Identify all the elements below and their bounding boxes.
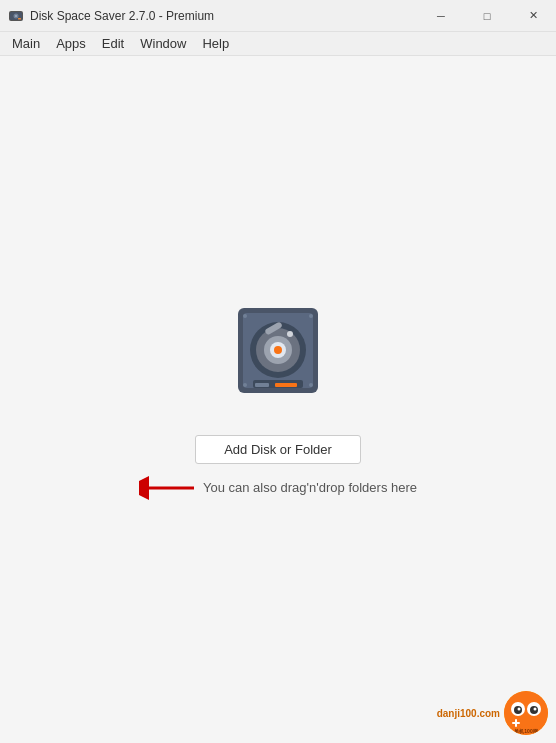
drag-arrow-icon [139, 474, 199, 502]
svg-point-14 [243, 314, 247, 318]
add-disk-folder-button[interactable]: Add Disk or Folder [195, 435, 361, 464]
main-content: Add Disk or Folder You can also drag'n'd… [0, 56, 556, 743]
svg-point-13 [287, 331, 293, 337]
watermark-logo: 单机100网 [504, 691, 548, 735]
title-bar-text: Disk Space Saver 2.7.0 - Premium [30, 9, 214, 23]
app-icon [8, 8, 24, 24]
watermark: danji100.com 单机100网 [437, 691, 548, 735]
svg-rect-20 [255, 383, 269, 387]
svg-point-11 [274, 346, 282, 354]
menu-help[interactable]: Help [194, 34, 237, 53]
svg-rect-31 [515, 719, 517, 727]
svg-point-17 [309, 383, 313, 387]
svg-rect-19 [275, 383, 297, 387]
menu-apps[interactable]: Apps [48, 34, 94, 53]
minimize-button[interactable]: ─ [418, 0, 464, 32]
title-bar: Disk Space Saver 2.7.0 - Premium ─ □ ✕ [0, 0, 556, 32]
title-bar-left: Disk Space Saver 2.7.0 - Premium [8, 8, 214, 24]
watermark-text: danji100.com [437, 708, 500, 719]
hdd-illustration [223, 298, 333, 408]
svg-point-15 [309, 314, 313, 318]
menu-edit[interactable]: Edit [94, 34, 132, 53]
svg-point-16 [243, 383, 247, 387]
menu-main[interactable]: Main [4, 34, 48, 53]
svg-rect-4 [18, 18, 21, 20]
maximize-button[interactable]: □ [464, 0, 510, 32]
title-bar-controls: ─ □ ✕ [418, 0, 556, 32]
menu-bar: Main Apps Edit Window Help [0, 32, 556, 56]
svg-point-3 [15, 15, 17, 17]
svg-point-29 [534, 708, 537, 711]
drag-hint-text: You can also drag'n'drop folders here [203, 480, 417, 495]
close-button[interactable]: ✕ [510, 0, 556, 32]
svg-point-28 [518, 708, 521, 711]
hdd-icon-container [223, 298, 333, 411]
drag-hint-row: You can also drag'n'drop folders here [139, 474, 417, 502]
svg-text:单机100网: 单机100网 [514, 728, 537, 734]
menu-window[interactable]: Window [132, 34, 194, 53]
